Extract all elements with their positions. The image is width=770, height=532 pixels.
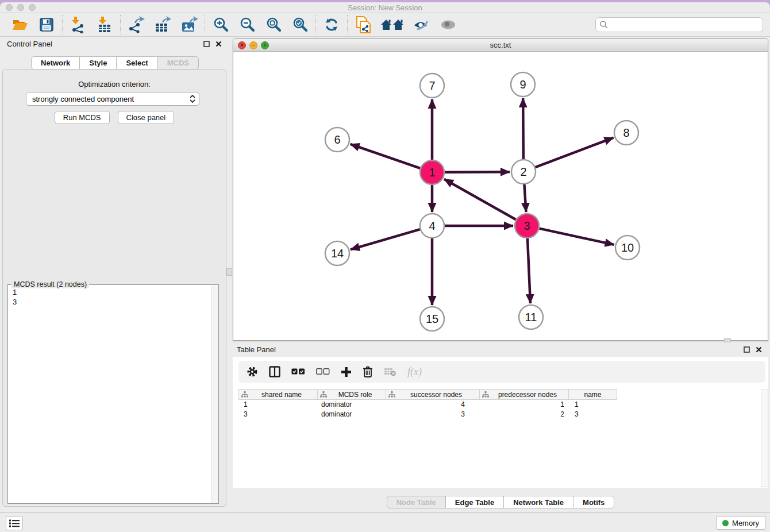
memory-status-dot-icon bbox=[722, 520, 729, 526]
cell-shared-name[interactable]: 3 bbox=[238, 410, 318, 419]
hide-selected-button[interactable] bbox=[412, 15, 432, 34]
unselect-all-columns-button[interactable] bbox=[316, 368, 330, 375]
export-image-icon bbox=[180, 16, 198, 33]
tab-style[interactable]: Style bbox=[79, 56, 117, 70]
cell-name[interactable]: 1 bbox=[569, 400, 617, 410]
memory-button[interactable]: Memory bbox=[716, 516, 765, 530]
close-panel-button[interactable]: Close panel bbox=[118, 111, 175, 124]
app-titlebar: Session: New Session bbox=[0, 2, 770, 13]
tab-motifs[interactable]: Motifs bbox=[573, 496, 614, 508]
float-panel-icon[interactable] bbox=[744, 346, 750, 353]
zoom-fit-button[interactable] bbox=[264, 15, 283, 34]
graph-node-label: 6 bbox=[334, 133, 340, 146]
tab-node-table[interactable]: Node Table bbox=[387, 496, 446, 508]
graph-edge-3-1[interactable] bbox=[444, 179, 516, 219]
column-header-successor-nodes[interactable]: successor nodes bbox=[386, 390, 480, 399]
tab-mcds[interactable]: MCDS bbox=[157, 56, 199, 70]
network-window-title: scc.txt bbox=[233, 41, 768, 49]
table-panel: f(x) shared name MCDS role bbox=[233, 357, 768, 488]
graph-edge-3-11[interactable] bbox=[528, 238, 530, 303]
show-selected-button[interactable] bbox=[438, 15, 458, 34]
tab-select[interactable]: Select bbox=[116, 56, 157, 70]
close-panel-icon[interactable] bbox=[215, 41, 222, 47]
graph-node-label: 8 bbox=[623, 126, 629, 139]
select-all-columns-button[interactable] bbox=[291, 368, 305, 375]
graph-edge-4-14[interactable] bbox=[351, 229, 420, 249]
main-toolbar bbox=[0, 13, 770, 37]
network-graph: 7968124314101511 bbox=[234, 52, 767, 340]
graph-edge-2-9[interactable] bbox=[523, 98, 523, 159]
apply-layout-button[interactable] bbox=[322, 15, 341, 34]
delete-table-button[interactable] bbox=[384, 367, 396, 376]
graph-node-label: 2 bbox=[520, 165, 526, 178]
cell-mcds-role[interactable]: dominator bbox=[318, 400, 386, 410]
graph-node-label: 9 bbox=[519, 78, 526, 91]
horizontal-splitter-handle[interactable] bbox=[724, 338, 731, 342]
graph-node-label: 4 bbox=[429, 219, 435, 232]
task-history-button[interactable] bbox=[6, 516, 23, 530]
cell-successor-nodes[interactable]: 3 bbox=[386, 410, 480, 419]
network-window-titlebar[interactable]: × − + scc.txt bbox=[233, 39, 768, 52]
trash-icon bbox=[363, 366, 373, 377]
column-type-icon bbox=[241, 391, 248, 398]
zoom-out-icon bbox=[240, 17, 255, 32]
tab-network[interactable]: Network bbox=[31, 56, 80, 70]
fx-icon: f(x) bbox=[407, 366, 422, 378]
search-box[interactable] bbox=[595, 17, 763, 32]
table-scrollbar[interactable] bbox=[761, 389, 768, 487]
graph-node-label: 15 bbox=[426, 313, 438, 325]
cell-predecessor-nodes[interactable]: 1 bbox=[480, 400, 569, 410]
graph-edge-3-10[interactable] bbox=[539, 229, 614, 245]
export-table-icon bbox=[154, 16, 171, 33]
new-network-from-selection-button[interactable] bbox=[353, 15, 373, 34]
graph-edge-1-2[interactable] bbox=[445, 172, 510, 172]
search-input[interactable] bbox=[609, 20, 759, 29]
result-scrollbar[interactable] bbox=[211, 286, 218, 503]
export-table-button[interactable] bbox=[153, 15, 172, 34]
table-settings-button[interactable] bbox=[247, 366, 258, 377]
network-canvas[interactable]: 7968124314101511 bbox=[234, 52, 767, 340]
table-row[interactable]: 1 dominator 4 1 1 bbox=[238, 400, 617, 410]
network-window: × − + scc.txt 7968124314101511 bbox=[233, 38, 768, 341]
zoom-out-button[interactable] bbox=[237, 15, 257, 34]
column-browser-button[interactable] bbox=[269, 366, 280, 377]
close-panel-icon[interactable] bbox=[756, 346, 762, 353]
graph-edge-2-3[interactable] bbox=[524, 184, 526, 212]
export-image-button[interactable] bbox=[179, 15, 199, 34]
cell-mcds-role[interactable]: dominator bbox=[318, 410, 386, 419]
export-network-button[interactable] bbox=[126, 15, 146, 34]
graph-node-label: 7 bbox=[429, 79, 435, 92]
cell-shared-name[interactable]: 1 bbox=[238, 400, 318, 410]
list-icon bbox=[9, 519, 20, 528]
zoom-in-icon bbox=[213, 17, 229, 32]
delete-column-button[interactable] bbox=[363, 366, 373, 377]
run-mcds-button[interactable]: Run MCDS bbox=[55, 111, 110, 124]
tab-network-table[interactable]: Network Table bbox=[503, 496, 573, 508]
column-header-predecessor-nodes[interactable]: predecessor nodes bbox=[480, 390, 569, 399]
create-column-button[interactable] bbox=[341, 367, 352, 377]
float-panel-icon[interactable] bbox=[203, 41, 210, 47]
graph-edge-1-6[interactable] bbox=[351, 144, 421, 168]
open-file-button[interactable] bbox=[10, 15, 30, 34]
tab-edge-table[interactable]: Edge Table bbox=[445, 496, 504, 508]
criterion-value: strongly connected component bbox=[32, 95, 188, 103]
graph-node-label: 3 bbox=[523, 219, 530, 232]
criterion-dropdown[interactable]: strongly connected component bbox=[26, 92, 199, 106]
zoom-selected-button[interactable] bbox=[290, 15, 310, 34]
zoom-in-button[interactable] bbox=[211, 15, 230, 34]
table-row[interactable]: 3 dominator 3 2 3 bbox=[238, 410, 617, 419]
cell-successor-nodes[interactable]: 4 bbox=[386, 400, 480, 410]
graph-edge-2-8[interactable] bbox=[536, 138, 614, 168]
mcds-result-box: MCDS result (2 nodes) 1 3 bbox=[7, 284, 219, 504]
cell-predecessor-nodes[interactable]: 2 bbox=[480, 410, 569, 419]
column-header-mcds-role[interactable]: MCDS role bbox=[318, 390, 386, 399]
import-network-button[interactable] bbox=[68, 15, 88, 34]
graph-node-label: 14 bbox=[331, 247, 344, 260]
column-header-name[interactable]: name bbox=[569, 390, 617, 399]
import-table-button[interactable] bbox=[95, 15, 114, 34]
show-all-networks-button[interactable] bbox=[380, 15, 405, 34]
column-header-shared-name[interactable]: shared name bbox=[238, 390, 318, 399]
save-session-button[interactable] bbox=[37, 15, 56, 34]
cell-name[interactable]: 3 bbox=[569, 410, 617, 419]
function-builder-button[interactable]: f(x) bbox=[407, 366, 422, 378]
